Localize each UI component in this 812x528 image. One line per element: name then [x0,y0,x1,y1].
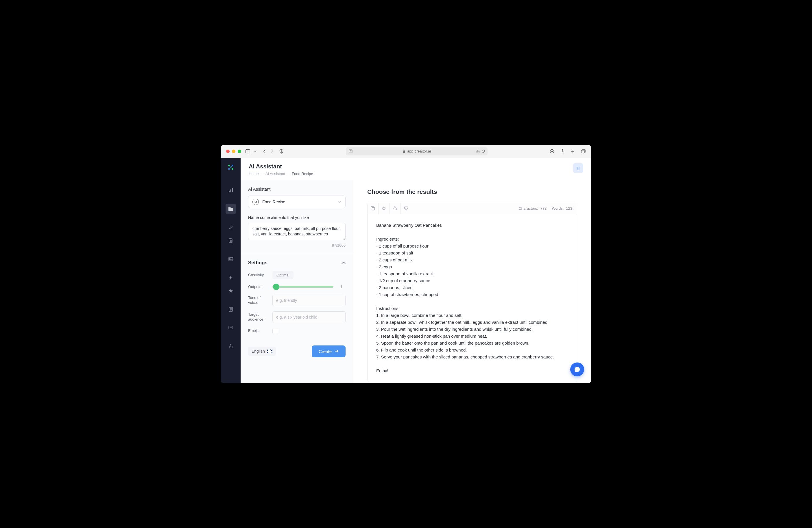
assistant-section-label: Ai Assistant [248,186,346,192]
svg-rect-7 [403,151,405,153]
share-icon[interactable] [560,149,565,154]
close-window-button[interactable] [226,150,230,153]
chevron-up-icon [342,262,346,264]
svg-rect-27 [229,326,233,329]
breadcrumb-assistant[interactable]: AI Assistant [265,171,285,176]
sidebar-item-docs[interactable] [226,304,236,315]
sidebar-item-export[interactable] [226,341,236,351]
svg-rect-31 [372,208,375,210]
svg-point-22 [230,258,230,258]
copy-button[interactable] [367,203,378,214]
new-tab-icon[interactable] [570,149,576,154]
forward-button[interactable] [270,149,275,154]
create-button-label: Create [319,349,332,354]
browser-chrome: app.creaitor.ai ⁂ [221,145,591,158]
food-recipe-icon [252,199,259,205]
sidebar-item-templates[interactable] [226,203,236,214]
tabs-icon[interactable] [581,149,586,154]
download-icon[interactable] [549,149,555,154]
breadcrumb: Home – AI Assistant – Food Recipe [249,171,313,176]
svg-rect-0 [246,149,250,153]
chevron-down-icon[interactable] [253,149,258,154]
lock-icon [403,150,405,153]
page-title: AI Assistant [249,163,313,170]
template-select[interactable]: Food Recipe [248,196,346,208]
sidebar-item-favorites[interactable] [226,286,236,296]
translate-icon[interactable]: ⁂ [476,149,480,153]
settings-title: Settings [248,260,267,266]
result-body[interactable]: Banana Strawberry Oat Pancakes Ingredien… [367,214,577,382]
svg-rect-18 [232,188,233,192]
emojis-label: Emojis [248,328,269,333]
char-count: 97/1000 [248,243,346,247]
outputs-label: Outputs: [248,285,269,289]
reader-icon[interactable] [349,149,352,153]
characters-stat: Characters: 778 [519,206,547,211]
prompt-label: Name some aliments that you like [248,215,346,220]
language-label: English [251,349,265,353]
audience-label: Target audience: [248,312,269,322]
sidebar [221,158,241,383]
svg-rect-21 [229,257,233,261]
refresh-icon[interactable] [481,149,485,153]
words-stat: Words: 123 [552,206,572,211]
sidebar-item-document[interactable] [226,236,236,246]
result-toolbar: Characters: 778 Words: 123 [367,203,577,214]
thumbs-down-button[interactable] [401,203,411,214]
results-title: Choose from the results [367,188,577,195]
breadcrumb-home[interactable]: Home [249,171,259,176]
favorite-button[interactable] [378,203,390,214]
breadcrumb-current: Food Recipe [292,171,313,176]
creativity-label: Creativity [248,273,269,277]
url-text: app.creaitor.ai [407,149,431,153]
shield-icon[interactable] [279,149,284,154]
sidebar-item-power[interactable] [226,272,236,283]
page-header: AI Assistant Home – AI Assistant – Food … [241,158,591,180]
address-bar[interactable]: app.creaitor.ai ⁂ [346,147,488,155]
prompt-input[interactable] [248,223,346,240]
sidebar-item-chat[interactable] [226,323,236,333]
tone-input[interactable] [272,295,346,306]
emojis-checkbox[interactable] [272,328,278,334]
tone-label: Tone of voice: [248,296,269,305]
audience-input[interactable] [272,311,346,323]
avatar[interactable]: H [573,163,583,173]
template-select-value: Food Recipe [262,200,285,204]
input-panel: Ai Assistant Food Recipe Name some alime… [241,180,353,383]
flag-uk-icon [267,349,272,353]
help-chat-button[interactable] [570,362,584,376]
language-selector[interactable]: English [248,347,276,356]
minimize-window-button[interactable] [232,150,235,153]
back-button[interactable] [262,149,267,154]
create-button[interactable]: Create [312,345,346,357]
maximize-window-button[interactable] [238,150,241,153]
svg-point-30 [255,201,257,203]
outputs-value: 1 [337,285,346,289]
thumbs-up-button[interactable] [390,203,401,214]
chevron-down-icon [338,201,341,203]
slider-thumb[interactable] [273,284,279,290]
app-logo[interactable] [227,163,235,171]
sidebar-toggle-icon[interactable] [245,149,250,154]
svg-rect-16 [229,191,230,192]
result-card: Characters: 778 Words: 123 Banana Strawb… [367,203,577,382]
arrow-right-icon [335,350,339,353]
results-panel: Choose from the results [353,180,591,383]
svg-rect-17 [231,190,231,192]
outputs-slider[interactable] [272,286,333,288]
creativity-value[interactable]: Optimal [272,271,293,279]
sidebar-item-image[interactable] [226,254,236,264]
window-controls [226,150,241,153]
sidebar-item-analytics[interactable] [226,185,236,196]
sidebar-item-editor[interactable] [226,222,236,232]
svg-rect-9 [581,150,584,153]
settings-toggle[interactable]: Settings [248,260,346,266]
